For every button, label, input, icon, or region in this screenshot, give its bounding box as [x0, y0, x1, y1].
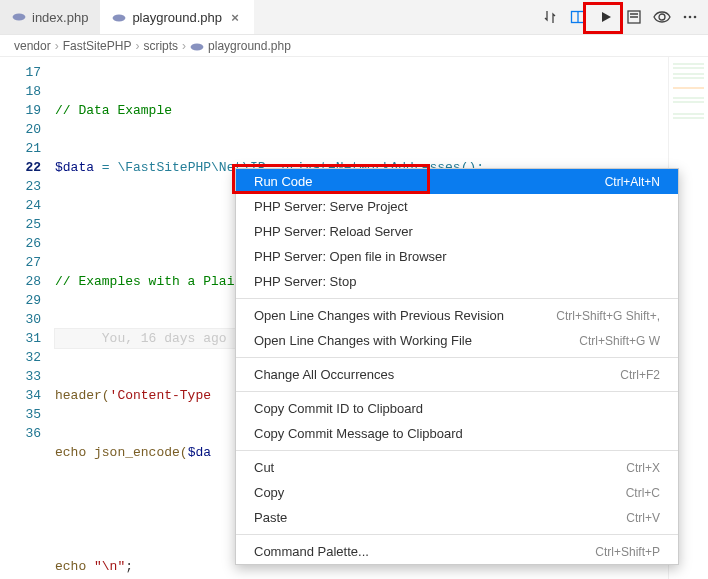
line-number: 29 — [0, 291, 41, 310]
code-text: echo — [55, 559, 94, 574]
svg-point-8 — [191, 43, 204, 50]
line-number: 21 — [0, 139, 41, 158]
line-number: 36 — [0, 424, 41, 443]
code-text: echo json_encode( — [55, 445, 188, 460]
menu-item-shortcut: Ctrl+Alt+N — [605, 175, 660, 189]
close-icon[interactable]: × — [228, 10, 242, 25]
menu-separator — [236, 450, 678, 451]
menu-separator — [236, 298, 678, 299]
line-number: 32 — [0, 348, 41, 367]
menu-item[interactable]: PasteCtrl+V — [236, 505, 678, 530]
menu-item[interactable]: Run CodeCtrl+Alt+N — [236, 169, 678, 194]
menu-item-shortcut: Ctrl+Shift+P — [595, 545, 660, 559]
svg-point-7 — [694, 16, 697, 19]
menu-item-label: Run Code — [254, 174, 313, 189]
php-file-icon — [12, 10, 26, 24]
menu-item-label: Paste — [254, 510, 287, 525]
menu-item[interactable]: CopyCtrl+C — [236, 480, 678, 505]
tab-index-php[interactable]: index.php — [0, 0, 100, 34]
menu-item-shortcut: Ctrl+X — [626, 461, 660, 475]
menu-item-label: PHP Server: Open file in Browser — [254, 249, 447, 264]
menu-item[interactable]: PHP Server: Open file in Browser — [236, 244, 678, 269]
tab-label: index.php — [32, 10, 88, 25]
line-number: 26 — [0, 234, 41, 253]
breadcrumb-item[interactable]: vendor — [14, 39, 51, 53]
context-menu: Run CodeCtrl+Alt+NPHP Server: Serve Proj… — [235, 168, 679, 565]
menu-item-shortcut: Ctrl+F2 — [620, 368, 660, 382]
menu-item-shortcut: Ctrl+C — [626, 486, 660, 500]
menu-item[interactable]: Copy Commit Message to Clipboard — [236, 421, 678, 446]
menu-separator — [236, 357, 678, 358]
menu-item-label: Cut — [254, 460, 274, 475]
code-text: 'Content-Type — [110, 388, 211, 403]
chevron-right-icon: › — [182, 39, 186, 53]
menu-item[interactable]: PHP Server: Stop — [236, 269, 678, 294]
code-text: // Data Example — [55, 103, 172, 118]
line-number: 33 — [0, 367, 41, 386]
menu-item[interactable]: Open Line Changes with Previous Revision… — [236, 303, 678, 328]
code-text: header( — [55, 388, 110, 403]
menu-separator — [236, 391, 678, 392]
menu-item-label: PHP Server: Reload Server — [254, 224, 413, 239]
chevron-right-icon: › — [55, 39, 59, 53]
menu-item[interactable]: Change All OccurrencesCtrl+F2 — [236, 362, 678, 387]
breadcrumb-item[interactable]: playground.php — [208, 39, 291, 53]
line-number-gutter: 1718192021222324252627282930313233343536 — [0, 57, 55, 579]
editor-toolbar — [532, 0, 708, 34]
menu-item[interactable]: PHP Server: Reload Server — [236, 219, 678, 244]
menu-item-label: Copy Commit Message to Clipboard — [254, 426, 463, 441]
menu-item-shortcut: Ctrl+Shift+G Shift+, — [556, 309, 660, 323]
svg-point-1 — [113, 14, 126, 21]
menu-item-label: Open Line Changes with Previous Revision — [254, 308, 504, 323]
breadcrumb[interactable]: vendor › FastSitePHP › scripts › playgro… — [0, 35, 708, 57]
line-number: 18 — [0, 82, 41, 101]
menu-item-label: PHP Server: Serve Project — [254, 199, 408, 214]
code-text: "\n" — [94, 559, 125, 574]
menu-item-label: Copy Commit ID to Clipboard — [254, 401, 423, 416]
menu-item[interactable]: Copy Commit ID to Clipboard — [236, 396, 678, 421]
line-number: 20 — [0, 120, 41, 139]
menu-item-label: Change All Occurrences — [254, 367, 394, 382]
tab-label: playground.php — [132, 10, 222, 25]
tab-bar: index.php playground.php × — [0, 0, 708, 35]
menu-item-label: Command Palette... — [254, 544, 369, 559]
code-text: $da — [188, 445, 211, 460]
menu-item[interactable]: PHP Server: Serve Project — [236, 194, 678, 219]
menu-item-shortcut: Ctrl+V — [626, 511, 660, 525]
line-number: 24 — [0, 196, 41, 215]
menu-item[interactable]: Open Line Changes with Working FileCtrl+… — [236, 328, 678, 353]
compare-changes-button[interactable] — [538, 5, 562, 29]
svg-point-6 — [689, 16, 692, 19]
breadcrumb-item[interactable]: scripts — [143, 39, 178, 53]
line-number: 19 — [0, 101, 41, 120]
menu-item-shortcut: Ctrl+Shift+G W — [579, 334, 660, 348]
menu-item[interactable]: Command Palette...Ctrl+Shift+P — [236, 539, 678, 564]
line-number: 30 — [0, 310, 41, 329]
line-number: 31 — [0, 329, 41, 348]
svg-point-4 — [659, 14, 665, 20]
menu-item[interactable]: CutCtrl+X — [236, 455, 678, 480]
line-number: 34 — [0, 386, 41, 405]
code-text: $data — [55, 160, 94, 175]
php-file-icon — [190, 39, 204, 53]
line-number: 17 — [0, 63, 41, 82]
menu-separator — [236, 534, 678, 535]
open-preview-button[interactable] — [622, 5, 646, 29]
breadcrumb-item[interactable]: FastSitePHP — [63, 39, 132, 53]
tab-playground-php[interactable]: playground.php × — [100, 0, 254, 34]
line-number: 25 — [0, 215, 41, 234]
svg-point-5 — [684, 16, 687, 19]
toggle-layout-button[interactable] — [650, 5, 674, 29]
line-number: 35 — [0, 405, 41, 424]
menu-item-label: PHP Server: Stop — [254, 274, 356, 289]
svg-point-0 — [13, 14, 26, 21]
split-editor-button[interactable] — [566, 5, 590, 29]
php-file-icon — [112, 11, 126, 25]
menu-item-label: Open Line Changes with Working File — [254, 333, 472, 348]
line-number: 22 — [0, 158, 41, 177]
menu-item-label: Copy — [254, 485, 284, 500]
run-button[interactable] — [594, 5, 618, 29]
chevron-right-icon: › — [135, 39, 139, 53]
more-actions-button[interactable] — [678, 5, 702, 29]
line-number: 27 — [0, 253, 41, 272]
